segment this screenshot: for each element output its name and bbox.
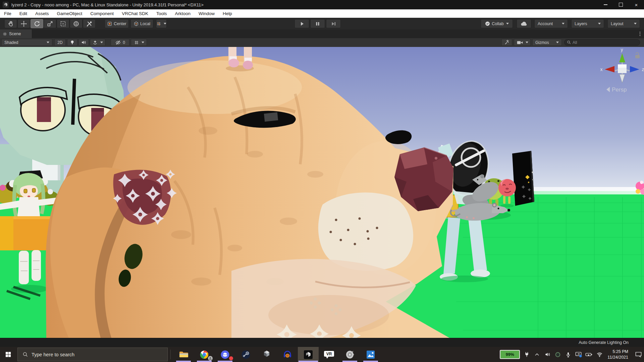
layout-dropdown[interactable]: Layout: [607, 19, 640, 28]
layout-label: Layout: [611, 21, 624, 26]
window-title: lyzerd 2 - Copy - nooo among - PC, Mac &…: [11, 2, 204, 7]
persp-label: Persp: [612, 86, 627, 93]
cloud-button[interactable]: [517, 19, 531, 28]
minimize-button[interactable]: [598, 0, 613, 9]
pivot-center-icon: [107, 21, 112, 26]
antivirus-ring-icon[interactable]: [554, 351, 561, 358]
scene-lighting-toggle[interactable]: [67, 39, 77, 46]
scene-search-placeholder: All: [573, 40, 577, 45]
transform-tool-button[interactable]: [70, 19, 83, 28]
custom-tool-button[interactable]: [83, 19, 96, 28]
handle-space-label: Local: [140, 21, 150, 26]
menu-window[interactable]: Window: [195, 9, 219, 18]
menu-arktoon[interactable]: Arktoon: [171, 9, 195, 18]
tray-chevron-icon[interactable]: [533, 351, 541, 358]
scene-tools-button[interactable]: [501, 39, 512, 46]
taskbar-separator: [170, 350, 171, 359]
close-button[interactable]: ×: [629, 0, 644, 9]
rect-tool-icon: [60, 20, 66, 27]
gizmo-z-label: z: [642, 67, 644, 72]
gizmos-dropdown[interactable]: Gizmos: [532, 39, 562, 46]
menu-help[interactable]: Help: [219, 9, 236, 18]
taskbar-app-file-explorer[interactable]: [173, 347, 194, 362]
taskbar-search-input[interactable]: Type here to search: [17, 348, 168, 361]
taskbar-app-unity-hub[interactable]: [256, 347, 277, 362]
menu-assets[interactable]: Assets: [31, 9, 53, 18]
action-center-icon[interactable]: [635, 351, 642, 358]
minimize-icon: [604, 4, 607, 5]
power-plug-icon[interactable]: [523, 351, 530, 358]
taskbar-app-discord[interactable]: [215, 347, 235, 362]
account-dropdown[interactable]: Account: [534, 19, 568, 28]
battery-status-icon[interactable]: [585, 351, 593, 358]
menu-file[interactable]: File: [0, 9, 15, 18]
menu-edit[interactable]: Edit: [15, 9, 31, 18]
move-tool-button[interactable]: [17, 19, 30, 28]
maximize-icon: [619, 3, 623, 7]
volume-icon[interactable]: [544, 351, 551, 358]
menu-tools[interactable]: Tools: [152, 9, 171, 18]
menu-vrchat-sdk[interactable]: VRChat SDK: [118, 9, 152, 18]
taskbar-app-chrome[interactable]: [194, 347, 215, 362]
rect-tool-button[interactable]: [57, 19, 69, 28]
panel-tab-bar: Scene: [0, 29, 644, 38]
audacity-icon: [282, 350, 292, 360]
taskbar-app-audacity[interactable]: [277, 347, 298, 362]
microphone-icon[interactable]: [565, 351, 572, 358]
scene-search-input[interactable]: All: [564, 39, 640, 46]
taskbar-app-steam[interactable]: [235, 347, 256, 362]
discord-icon: [220, 350, 230, 360]
battery-indicator[interactable]: 99%: [500, 350, 520, 359]
play-button[interactable]: [294, 19, 309, 28]
windows-taskbar: Type here to search: [0, 347, 644, 362]
maximize-button[interactable]: [613, 0, 629, 9]
taskbar-app-photos[interactable]: [360, 347, 381, 362]
taskbar-app-vrchat[interactable]: VR: [319, 347, 339, 362]
running-indicator: [363, 361, 378, 362]
start-button[interactable]: [0, 347, 16, 362]
rotate-tool-button[interactable]: [31, 19, 43, 28]
persp-toggle[interactable]: Persp: [606, 86, 627, 93]
handle-space-button[interactable]: Local: [130, 19, 153, 28]
scene-grid-dropdown[interactable]: [131, 39, 147, 46]
taskbar-app-unity-editor[interactable]: [298, 347, 319, 362]
running-indicator: [299, 361, 318, 362]
pivot-mode-button[interactable]: Center: [105, 19, 129, 28]
windows-logo-icon: [5, 351, 11, 358]
rotate-icon: [34, 20, 40, 27]
audio-speaker-icon: [81, 40, 87, 45]
scene-effects-dropdown[interactable]: [90, 39, 105, 46]
collab-button[interactable]: Collab: [481, 19, 513, 28]
draw-mode-dropdown[interactable]: Shaded: [1, 39, 52, 46]
grid-snap-button[interactable]: [156, 19, 167, 28]
layers-dropdown[interactable]: Layers: [571, 19, 604, 28]
menu-gameobject[interactable]: GameObject: [53, 9, 87, 18]
dropdown-caret-icon: [142, 42, 144, 43]
wifi-icon[interactable]: [596, 351, 603, 358]
vrchat-icon: VR: [323, 350, 335, 360]
hidden-objects-toggle[interactable]: 0: [111, 39, 129, 46]
toggle-2d-button[interactable]: 2D: [54, 39, 66, 46]
battery-percent: 99%: [506, 352, 514, 357]
scale-tool-button[interactable]: [44, 19, 56, 28]
scene-audio-toggle[interactable]: [78, 39, 89, 46]
hand-tool-button[interactable]: [4, 19, 17, 28]
dropdown-caret-icon: [100, 42, 103, 43]
taskbar-clock[interactable]: 5:25 PM 11/24/2021: [607, 349, 628, 360]
step-button[interactable]: [326, 19, 341, 28]
step-icon: [330, 20, 337, 27]
dog-muzzle: [318, 192, 413, 271]
screen-share-icon[interactable]: [575, 351, 582, 358]
system-tray: 99% 5:25 PM 11/24/2021: [500, 347, 644, 362]
panel-menu-icon[interactable]: [637, 31, 643, 37]
menu-component[interactable]: Component: [86, 9, 118, 18]
dropdown-caret-icon: [164, 23, 166, 24]
grid-icon: [134, 40, 139, 45]
taskbar-app-audio[interactable]: [339, 347, 360, 362]
scene-viewport[interactable]: y x z Persp: [0, 47, 644, 338]
pause-button[interactable]: [310, 19, 325, 28]
black-door[interactable]: [512, 151, 534, 206]
scene-camera-dropdown[interactable]: [514, 39, 531, 46]
tab-scene[interactable]: Scene: [0, 29, 32, 38]
unity-editor-window: lyzerd 2 - Copy - nooo among - PC, Mac &…: [0, 0, 644, 362]
